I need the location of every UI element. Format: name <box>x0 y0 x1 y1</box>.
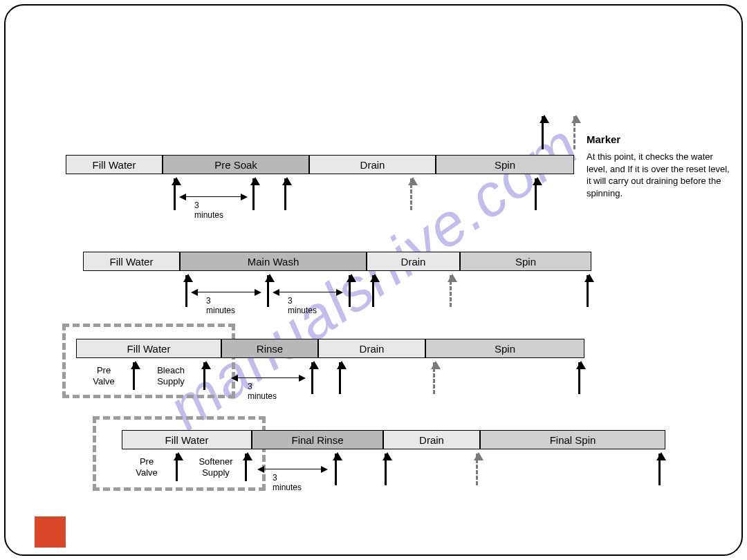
arrow-r1-c <box>284 178 286 210</box>
arrow-r3-a <box>311 362 313 394</box>
seg-drain-4: Drain <box>383 430 480 449</box>
seg-fill-water-4: Fill Water <box>122 430 252 449</box>
seg-final-rinse: Final Rinse <box>252 430 383 449</box>
arrow-r4-c <box>658 454 661 485</box>
seg-fill-water-3: Fill Water <box>76 339 221 358</box>
arrow-r2-b <box>267 275 269 307</box>
seg-final-spin: Final Spin <box>480 430 665 449</box>
span-r2-1 <box>192 292 260 292</box>
arrow-r3-pv <box>133 362 135 390</box>
sublab-bleach: Bleach Supply <box>147 365 195 386</box>
seg-rinse: Rinse <box>221 339 318 358</box>
arrow-r2-dash <box>450 275 452 307</box>
span-r3 <box>232 377 304 378</box>
lab-r4-3min: 3 minutes <box>273 473 302 492</box>
arrow-r4-b <box>385 454 387 485</box>
bar-presoak: Fill Water Pre Soak Drain Spin <box>66 155 574 174</box>
bar-mainwash: Fill Water Main Wash Drain Spin <box>83 252 591 271</box>
arrow-r3-bl <box>203 362 205 390</box>
span-r4 <box>259 469 326 469</box>
bar-finalrinse: Fill Water Final Rinse Drain Final Spin <box>122 430 665 449</box>
arrow-r4-pv <box>176 454 178 481</box>
seg-pre-soak: Pre Soak <box>163 155 309 174</box>
seg-spin: Spin <box>436 155 574 174</box>
marker-note: Marker At this point, it checks the wate… <box>587 133 732 199</box>
arrow-r1-dash <box>410 178 412 210</box>
sublab-softener: Softener Supply <box>188 456 243 478</box>
arrow-r2-d <box>372 275 374 307</box>
seg-main-wash: Main Wash <box>180 252 367 271</box>
arrow-r2-a <box>185 275 187 307</box>
seg-fill-water-2: Fill Water <box>83 252 180 271</box>
arrow-r3-b <box>339 362 341 394</box>
arrow-r3-c <box>578 362 580 394</box>
lab-r2-3min-1: 3 minutes <box>206 296 235 315</box>
marker-body: At this point, it checks the water level… <box>587 151 732 199</box>
arrow-r1-d <box>535 178 537 210</box>
span-r2-2 <box>274 292 342 292</box>
lab-r2-3min-2: 3 minutes <box>288 296 317 315</box>
arrow-r2-c <box>349 275 351 307</box>
span-r1 <box>181 196 246 197</box>
arrow-r2-e <box>587 275 589 307</box>
seg-drain-3: Drain <box>318 339 425 358</box>
marker-title: Marker <box>587 133 732 147</box>
arrow-r4-a <box>335 454 337 485</box>
seg-drain: Drain <box>309 155 436 174</box>
arrow-r1-top-dash <box>573 116 575 149</box>
arrow-r4-sf <box>245 454 247 481</box>
lab-r3-3min: 3 minutes <box>248 382 277 401</box>
sublab-pre-valve-2: Pre Valve <box>126 456 167 478</box>
bar-rinse: Fill Water Rinse Drain Spin <box>76 339 584 358</box>
seg-spin-3: Spin <box>425 339 584 358</box>
orange-corner-tab <box>35 516 66 548</box>
sublab-pre-valve-1: Pre Valve <box>83 365 124 386</box>
arrow-r1-top-solid <box>542 116 544 149</box>
lab-r1-3min: 3 minutes <box>194 200 223 220</box>
arrow-r4-dash <box>476 454 478 485</box>
arrow-r1-a <box>174 178 176 210</box>
arrow-r3-dash <box>433 362 435 394</box>
seg-spin-2: Spin <box>460 252 591 271</box>
seg-fill-water: Fill Water <box>66 155 163 174</box>
seg-drain-2: Drain <box>367 252 460 271</box>
arrow-r1-b <box>252 178 255 210</box>
